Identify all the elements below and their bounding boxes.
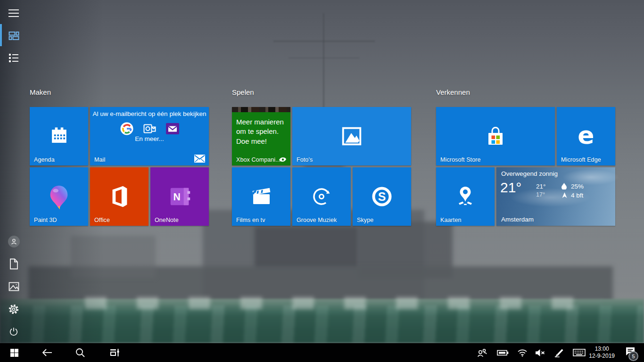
pinned-tiles-icon xyxy=(8,30,19,41)
tile-label: Xbox Compani... xyxy=(236,156,281,163)
tray-people-icon[interactable] xyxy=(471,343,492,362)
task-view-icon xyxy=(110,348,120,357)
sidebar-item-power[interactable] xyxy=(2,321,25,343)
tray-pen-icon[interactable] xyxy=(549,343,570,362)
clock-time: 13:00 xyxy=(589,346,615,353)
clock-date: 12-9-2019 xyxy=(589,353,615,360)
task-view-button[interactable] xyxy=(104,343,125,362)
wind-arrow-icon xyxy=(562,192,567,198)
tile-onenote[interactable]: N OneNote xyxy=(150,167,209,226)
tile-skype[interactable]: S Skype xyxy=(353,167,411,226)
tile-label: Office xyxy=(94,217,110,223)
sidebar-active-indicator xyxy=(0,24,2,46)
tile-label: Skype xyxy=(357,217,373,223)
tile-label: Microsoft Store xyxy=(440,156,481,163)
tile-agenda[interactable]: Agenda xyxy=(30,107,88,165)
sidebar-item-settings[interactable] xyxy=(2,298,25,321)
taskbar: 13:00 12-9-2019 5 xyxy=(0,343,644,362)
tile-label: Kaarten xyxy=(440,217,461,223)
droplet-icon xyxy=(561,183,567,189)
weather-condition: Overwegend zonnig xyxy=(501,170,558,177)
tile-label: Microsoft Edge xyxy=(561,156,601,163)
weather-precipitation: 25% xyxy=(571,183,584,190)
svg-text:S: S xyxy=(378,190,386,203)
tile-microsoft-store[interactable]: Microsoft Store xyxy=(436,107,555,165)
tile-label: Foto's xyxy=(297,156,313,163)
sidebar-item-pictures[interactable] xyxy=(2,275,25,298)
weather-temperature: 21° xyxy=(500,180,521,196)
pictures-icon xyxy=(8,282,19,291)
tile-xbox-companion[interactable]: Meer manieren om te spelen. Doe mee! Xbo… xyxy=(232,107,290,165)
sidebar-item-user[interactable] xyxy=(2,230,25,253)
svg-text:N: N xyxy=(173,191,181,202)
tile-microsoft-edge[interactable]: e Microsoft Edge xyxy=(557,107,615,165)
hamburger-icon xyxy=(8,9,19,17)
tile-films-en-tv[interactable]: Films en tv xyxy=(232,167,290,226)
sidebar-item-documents[interactable] xyxy=(2,253,25,275)
group-title-spelen: Spelen xyxy=(232,88,254,96)
action-center-button[interactable]: 5 xyxy=(620,343,644,362)
sidebar-item-all-apps[interactable] xyxy=(2,47,25,69)
documents-icon xyxy=(8,258,19,270)
tile-label: Groove Muziek xyxy=(297,217,337,223)
back-arrow-icon xyxy=(42,348,52,357)
tile-kaarten[interactable]: Kaarten xyxy=(436,167,495,226)
start-menu-button[interactable] xyxy=(2,2,25,25)
sidebar-item-pinned-tiles[interactable] xyxy=(2,24,25,47)
outlook-icon xyxy=(143,123,156,135)
search-button[interactable] xyxy=(70,343,91,362)
mail-tile-headline: Al uw e-mailbericht op één plek bekijken xyxy=(90,110,209,117)
group-title-verkennen: Verkennen xyxy=(436,88,470,96)
start-windows-icon xyxy=(10,349,18,357)
tray-battery-icon[interactable] xyxy=(492,343,513,362)
group-title-maken: Maken xyxy=(30,88,51,96)
xbox-promo-message: Meer manieren om te spelen. Doe mee! xyxy=(236,117,286,146)
tile-fotos[interactable]: Foto's xyxy=(292,107,411,165)
search-icon xyxy=(75,348,85,357)
start-screen: Maken Agenda Al uw e-mailbericht op één … xyxy=(0,0,644,362)
weather-city: Amsterdam xyxy=(501,216,534,223)
start-button[interactable] xyxy=(4,343,25,362)
tile-label: Mail xyxy=(94,156,105,163)
xbox-promo-strip xyxy=(232,107,290,112)
back-button[interactable] xyxy=(37,343,58,362)
weather-high: 21° xyxy=(536,183,545,190)
user-avatar-icon xyxy=(8,236,20,247)
all-apps-icon xyxy=(8,53,19,63)
tile-label: OneNote xyxy=(155,217,179,223)
notification-badge: 5 xyxy=(628,351,638,361)
yahoo-mail-icon xyxy=(166,123,179,134)
tile-weather[interactable]: Overwegend zonnig 21° 21° 17° 25% 4 bft … xyxy=(496,167,615,226)
tile-label: Agenda xyxy=(34,156,55,163)
tray-volume-muted-icon[interactable] xyxy=(530,343,551,362)
svg-text:e: e xyxy=(578,122,594,149)
envelope-icon xyxy=(194,155,205,163)
mail-tile-more: En meer... xyxy=(90,135,209,142)
tile-mail[interactable]: Al uw e-mailbericht op één plek bekijken xyxy=(90,107,209,165)
tray-keyboard-icon[interactable] xyxy=(569,343,589,362)
tile-office[interactable]: Office xyxy=(90,167,149,226)
power-icon xyxy=(8,327,19,337)
taskbar-clock[interactable]: 13:00 12-9-2019 xyxy=(589,346,615,360)
tile-label: Paint 3D xyxy=(34,217,57,223)
weather-low: 17° xyxy=(536,191,545,198)
weather-wind: 4 bft xyxy=(571,192,583,199)
tile-groove-muziek[interactable]: Groove Muziek xyxy=(292,167,351,226)
tile-label: Films en tv xyxy=(236,217,265,223)
settings-gear-icon xyxy=(8,304,19,315)
google-icon xyxy=(120,122,133,135)
tile-paint3d[interactable]: Paint 3D xyxy=(30,167,88,226)
